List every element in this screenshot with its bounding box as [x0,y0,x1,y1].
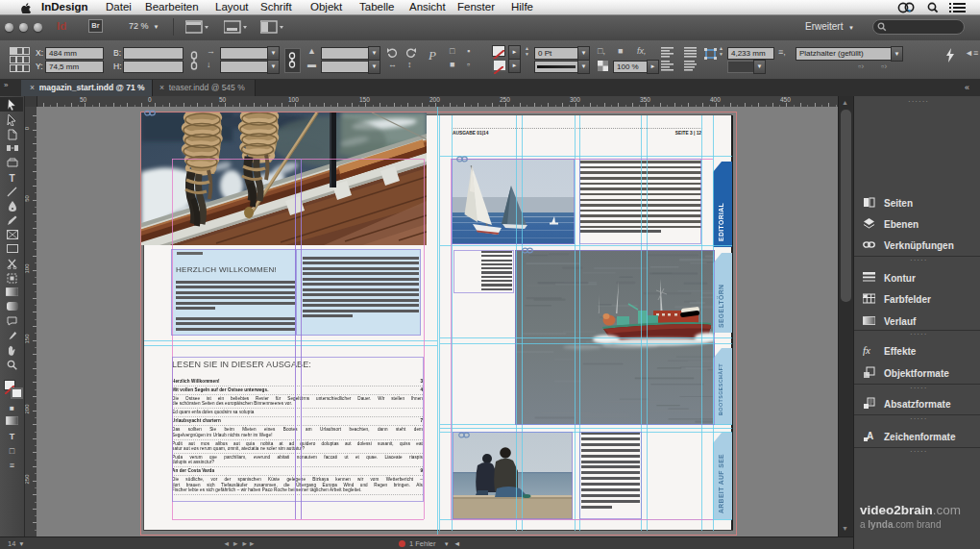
svg-text:fx: fx [863,344,870,356]
svg-text:A: A [867,431,873,441]
